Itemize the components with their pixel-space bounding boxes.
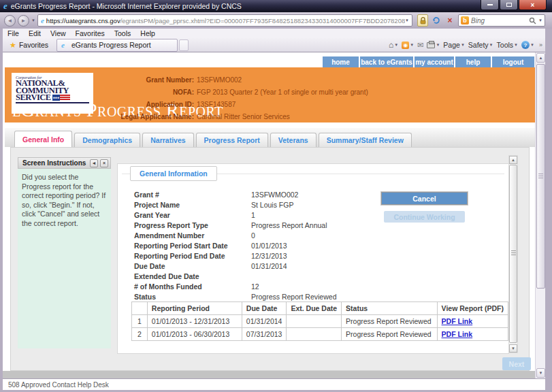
url-host: https://uategrants.cns.gov: [46, 17, 120, 24]
nav-my-account[interactable]: my account: [415, 56, 454, 67]
forward-button[interactable]: ►: [18, 15, 29, 27]
address-bar: ◄ ► ▼ e https://uategrants.cns.gov /egra…: [0, 12, 552, 29]
next-button[interactable]: Next: [502, 357, 531, 370]
favorites-label: Favorites: [19, 41, 48, 49]
url-input[interactable]: e https://uategrants.cns.gov /egrantsPM/…: [37, 14, 412, 27]
refresh-button[interactable]: [431, 14, 442, 27]
history-dropdown[interactable]: ▼: [31, 18, 35, 22]
mail-button[interactable]: ✉: [417, 41, 423, 50]
search-placeholder: Bing: [471, 17, 527, 24]
pdf-link[interactable]: PDF Link: [442, 317, 473, 325]
feeds-dropdown[interactable]: ▼: [410, 43, 414, 47]
continue-working-button[interactable]: Continue Working: [384, 211, 465, 223]
back-button[interactable]: ◄: [4, 15, 16, 27]
scroll-up-button[interactable]: ▲: [509, 156, 517, 164]
favorites-button[interactable]: ★ Favorites: [5, 39, 52, 51]
minimize-button[interactable]: [481, 0, 499, 10]
header-ext-due-date: Ext. Due Date: [287, 302, 342, 315]
lock-icon: [420, 17, 426, 24]
field-label: # of Months Funded: [134, 282, 251, 291]
field-period-start: Reporting Period Start Date01/01/2013: [134, 240, 434, 250]
menu-bar: File Edit View Favorites Tools Help: [3, 29, 545, 38]
tools-menu-label: Tools: [497, 41, 514, 49]
field-label: Amendment Number: [134, 231, 251, 240]
table-header-row: Reporting Period Due Date Ext. Due Date …: [132, 302, 508, 315]
nav-help[interactable]: help: [455, 56, 491, 67]
print-button[interactable]: ▼: [427, 42, 440, 48]
collapse-panel-button[interactable]: ◄: [90, 159, 98, 167]
tab-summary-staff-review[interactable]: Summary/Staff Review: [319, 133, 412, 147]
menu-file[interactable]: File: [3, 29, 24, 37]
page-scrollbar-thumb[interactable]: [536, 64, 545, 289]
ie-icon: e: [3, 1, 7, 12]
nav-back-to-egrants[interactable]: back to eGrants: [360, 56, 413, 67]
search-icon[interactable]: [529, 17, 536, 24]
thumb-grip: [511, 250, 516, 255]
close-button[interactable]: ×: [519, 0, 547, 10]
scrollbar-thumb[interactable]: [509, 165, 517, 343]
panel-scrollbar[interactable]: ▲ ▼: [508, 155, 518, 353]
table-row: 1 01/01/2013 - 12/31/2013 01/31/2014 Pro…: [132, 315, 508, 328]
search-input[interactable]: b Bing ▼: [458, 14, 545, 27]
feeds-button[interactable]: ◉ ▼: [402, 42, 414, 49]
mail-icon: ✉: [417, 41, 423, 50]
home-button[interactable]: ⌂ ▼: [389, 40, 398, 50]
tab-progress-report[interactable]: Progress Report: [196, 133, 268, 147]
page-menu[interactable]: Page ▼: [443, 41, 464, 49]
help-icon: ?: [521, 41, 530, 49]
page-scroll-down[interactable]: ▼: [536, 368, 545, 378]
cancel-button[interactable]: Cancel: [381, 192, 468, 205]
field-amendment-number: Amendment Number0: [134, 230, 434, 240]
application-id-label: Application ID:: [46, 101, 194, 108]
tools-menu[interactable]: Tools ▼: [497, 41, 518, 49]
more-commands-chevron[interactable]: »: [539, 42, 542, 48]
search-dropdown[interactable]: ▼: [538, 18, 542, 22]
tab-veterans[interactable]: Veterans: [270, 133, 316, 147]
tab-general-info[interactable]: General Info: [14, 131, 72, 147]
stop-button[interactable]: ×: [444, 14, 455, 27]
ssl-lock-button[interactable]: [417, 14, 428, 27]
pdf-link[interactable]: PDF Link: [442, 330, 473, 338]
legal-applicant-label: Legal Applicant Name:: [46, 113, 194, 120]
section-title: General Information: [130, 166, 217, 181]
field-value: 12/31/2013: [251, 252, 287, 260]
new-tab-button[interactable]: [179, 39, 189, 51]
menu-tools[interactable]: Tools: [110, 29, 136, 37]
tab-narratives[interactable]: Narratives: [142, 133, 193, 147]
page-favicon: e: [41, 16, 44, 24]
safety-menu-label: Safety: [468, 41, 489, 49]
app-header: Corporation for NATIONAL& COMMUNITY SERV…: [5, 67, 535, 122]
scroll-down-button[interactable]: ▼: [509, 344, 517, 353]
nav-home[interactable]: home: [323, 56, 359, 67]
close-panel-button[interactable]: ×: [100, 159, 108, 167]
nofa-row: NOFA: FGP 2013 Quarter 2 (Year 1 of sing…: [46, 86, 530, 98]
legal-applicant-row: Legal Applicant Name: Cardinal Ritter Se…: [46, 110, 530, 122]
field-value: 01/01/2013: [251, 242, 287, 250]
field-value: 01/31/2014: [251, 262, 287, 270]
command-bar: ⌂ ▼ ◉ ▼ ✉ ▼ Page ▼ Safety ▼: [389, 40, 542, 50]
menu-favorites[interactable]: Favorites: [71, 29, 110, 37]
page-scrollbar[interactable]: ▲ ▼: [535, 52, 545, 378]
browser-tab[interactable]: e eGrants Progress Report: [56, 39, 178, 52]
field-label: Grant Year: [134, 211, 251, 219]
application-id-value: 13SF143587: [197, 101, 236, 108]
row-period: 01/01/2013 - 06/30/2013: [147, 328, 242, 341]
menu-help[interactable]: Help: [135, 29, 160, 37]
menu-edit[interactable]: Edit: [24, 29, 46, 37]
safety-menu[interactable]: Safety ▼: [468, 41, 493, 49]
nav-logout[interactable]: logout: [492, 56, 534, 67]
home-dropdown[interactable]: ▼: [394, 43, 398, 47]
tab-demographics[interactable]: Demographics: [74, 133, 140, 147]
header-reporting-period: Reporting Period: [147, 302, 242, 315]
maximize-button[interactable]: [500, 0, 518, 10]
help-menu[interactable]: ? ▼: [521, 41, 534, 49]
panel-close-icon: ×: [103, 161, 105, 165]
status-text[interactable]: 508 Approved Contact Help Desk: [8, 381, 109, 389]
page-menu-label: Page: [443, 41, 460, 49]
field-due-date: Due Date01/31/2014: [134, 261, 434, 271]
url-dropdown[interactable]: ▼: [405, 18, 409, 22]
forward-icon: ►: [21, 18, 27, 24]
page-scroll-up[interactable]: ▲: [536, 53, 545, 63]
print-dropdown[interactable]: ▼: [436, 43, 440, 47]
menu-view[interactable]: View: [46, 29, 71, 37]
